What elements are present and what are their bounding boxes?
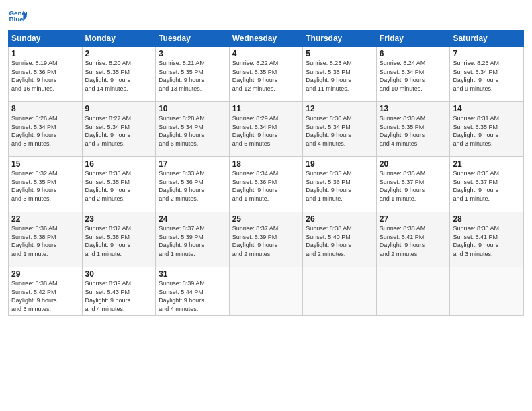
calendar-header-row: SundayMondayTuesdayWednesdayThursdayFrid… — [9, 30, 524, 47]
calendar-cell: 21Sunrise: 8:36 AMSunset: 5:37 PMDayligh… — [450, 157, 524, 212]
calendar-cell: 27Sunrise: 8:38 AMSunset: 5:41 PMDayligh… — [376, 212, 450, 267]
calendar-cell: 5Sunrise: 8:23 AMSunset: 5:35 PMDaylight… — [303, 47, 377, 102]
calendar-week-row: 8Sunrise: 8:26 AMSunset: 5:34 PMDaylight… — [9, 102, 524, 157]
calendar-cell: 25Sunrise: 8:37 AMSunset: 5:39 PMDayligh… — [229, 212, 303, 267]
calendar-cell: 30Sunrise: 8:39 AMSunset: 5:43 PMDayligh… — [82, 267, 156, 316]
day-number: 30 — [85, 269, 153, 279]
calendar-cell: 3Sunrise: 8:21 AMSunset: 5:35 PMDaylight… — [156, 47, 230, 102]
calendar-cell: 2Sunrise: 8:20 AMSunset: 5:35 PMDaylight… — [82, 47, 156, 102]
day-info: Sunrise: 8:25 AMSunset: 5:34 PMDaylight:… — [453, 59, 521, 93]
day-number: 4 — [232, 49, 300, 58]
calendar-cell: 16Sunrise: 8:33 AMSunset: 5:35 PMDayligh… — [82, 157, 156, 212]
calendar-cell: 20Sunrise: 8:35 AMSunset: 5:37 PMDayligh… — [376, 157, 450, 212]
day-number: 2 — [85, 49, 153, 58]
logo: General Blue — [8, 7, 30, 26]
weekday-header: Sunday — [9, 30, 83, 47]
day-info: Sunrise: 8:23 AMSunset: 5:35 PMDaylight:… — [306, 59, 373, 93]
day-info: Sunrise: 8:33 AMSunset: 5:35 PMDaylight:… — [85, 169, 153, 203]
day-info: Sunrise: 8:37 AMSunset: 5:39 PMDaylight:… — [159, 224, 226, 258]
day-number: 28 — [453, 214, 521, 224]
calendar-cell: 26Sunrise: 8:38 AMSunset: 5:40 PMDayligh… — [303, 212, 377, 267]
day-info: Sunrise: 8:36 AMSunset: 5:38 PMDaylight:… — [11, 224, 79, 258]
day-info: Sunrise: 8:29 AMSunset: 5:34 PMDaylight:… — [232, 114, 300, 148]
calendar-cell: 11Sunrise: 8:29 AMSunset: 5:34 PMDayligh… — [229, 102, 303, 157]
day-info: Sunrise: 8:22 AMSunset: 5:35 PMDaylight:… — [232, 59, 300, 93]
calendar-cell: 18Sunrise: 8:34 AMSunset: 5:36 PMDayligh… — [229, 157, 303, 212]
calendar-cell: 22Sunrise: 8:36 AMSunset: 5:38 PMDayligh… — [9, 212, 83, 267]
day-number: 20 — [380, 159, 447, 169]
day-info: Sunrise: 8:38 AMSunset: 5:41 PMDaylight:… — [453, 224, 521, 258]
day-info: Sunrise: 8:35 AMSunset: 5:37 PMDaylight:… — [380, 169, 447, 203]
calendar-cell: 29Sunrise: 8:38 AMSunset: 5:42 PMDayligh… — [9, 267, 83, 316]
day-info: Sunrise: 8:34 AMSunset: 5:36 PMDaylight:… — [232, 169, 300, 203]
day-number: 24 — [159, 214, 226, 224]
day-info: Sunrise: 8:39 AMSunset: 5:43 PMDaylight:… — [85, 279, 153, 313]
calendar-cell: 8Sunrise: 8:26 AMSunset: 5:34 PMDaylight… — [9, 102, 83, 157]
day-info: Sunrise: 8:19 AMSunset: 5:36 PMDaylight:… — [11, 59, 79, 93]
day-number: 13 — [380, 104, 447, 113]
svg-text:Blue: Blue — [9, 15, 24, 23]
calendar-week-row: 29Sunrise: 8:38 AMSunset: 5:42 PMDayligh… — [9, 267, 524, 316]
calendar-cell: 24Sunrise: 8:37 AMSunset: 5:39 PMDayligh… — [156, 212, 230, 267]
calendar-cell: 1Sunrise: 8:19 AMSunset: 5:36 PMDaylight… — [9, 47, 83, 102]
day-number: 17 — [159, 159, 226, 169]
calendar-cell: 6Sunrise: 8:24 AMSunset: 5:34 PMDaylight… — [376, 47, 450, 102]
calendar-cell: 31Sunrise: 8:39 AMSunset: 5:44 PMDayligh… — [156, 267, 230, 316]
day-number: 15 — [11, 159, 79, 169]
calendar-cell: 12Sunrise: 8:30 AMSunset: 5:34 PMDayligh… — [303, 102, 377, 157]
day-info: Sunrise: 8:32 AMSunset: 5:35 PMDaylight:… — [11, 169, 79, 203]
calendar-cell: 7Sunrise: 8:25 AMSunset: 5:34 PMDaylight… — [450, 47, 524, 102]
day-number: 16 — [85, 159, 153, 169]
day-number: 19 — [306, 159, 373, 169]
weekday-header: Thursday — [303, 30, 377, 47]
day-info: Sunrise: 8:30 AMSunset: 5:34 PMDaylight:… — [306, 114, 373, 148]
calendar-cell — [450, 267, 524, 316]
day-number: 11 — [232, 104, 300, 113]
calendar-cell — [376, 267, 450, 316]
weekday-header: Tuesday — [156, 30, 230, 47]
day-number: 10 — [159, 104, 226, 113]
calendar-cell — [229, 267, 303, 316]
day-info: Sunrise: 8:37 AMSunset: 5:39 PMDaylight:… — [232, 224, 300, 258]
day-info: Sunrise: 8:35 AMSunset: 5:36 PMDaylight:… — [306, 169, 373, 203]
day-number: 7 — [453, 49, 521, 58]
day-number: 12 — [306, 104, 373, 113]
calendar-cell — [303, 267, 377, 316]
weekday-header: Friday — [376, 30, 450, 47]
day-number: 1 — [11, 49, 79, 58]
calendar-cell: 23Sunrise: 8:37 AMSunset: 5:38 PMDayligh… — [82, 212, 156, 267]
day-number: 29 — [11, 269, 79, 279]
day-info: Sunrise: 8:36 AMSunset: 5:37 PMDaylight:… — [453, 169, 521, 203]
day-number: 31 — [159, 269, 226, 279]
day-info: Sunrise: 8:20 AMSunset: 5:35 PMDaylight:… — [85, 59, 153, 93]
day-info: Sunrise: 8:30 AMSunset: 5:35 PMDaylight:… — [380, 114, 447, 148]
day-info: Sunrise: 8:28 AMSunset: 5:34 PMDaylight:… — [159, 114, 226, 148]
calendar-week-row: 1Sunrise: 8:19 AMSunset: 5:36 PMDaylight… — [9, 47, 524, 102]
calendar-cell: 9Sunrise: 8:27 AMSunset: 5:34 PMDaylight… — [82, 102, 156, 157]
day-info: Sunrise: 8:37 AMSunset: 5:38 PMDaylight:… — [85, 224, 153, 258]
page-container: General Blue SundayMondayTuesdayWednesda… — [0, 0, 532, 411]
day-info: Sunrise: 8:26 AMSunset: 5:34 PMDaylight:… — [11, 114, 79, 148]
day-info: Sunrise: 8:39 AMSunset: 5:44 PMDaylight:… — [159, 279, 226, 313]
day-number: 6 — [380, 49, 447, 58]
day-number: 27 — [380, 214, 447, 224]
calendar-cell: 14Sunrise: 8:31 AMSunset: 5:35 PMDayligh… — [450, 102, 524, 157]
day-number: 22 — [11, 214, 79, 224]
day-number: 18 — [232, 159, 300, 169]
day-info: Sunrise: 8:38 AMSunset: 5:40 PMDaylight:… — [306, 224, 373, 258]
day-number: 3 — [159, 49, 226, 58]
weekday-header: Saturday — [450, 30, 524, 47]
calendar-cell: 17Sunrise: 8:33 AMSunset: 5:36 PMDayligh… — [156, 157, 230, 212]
day-info: Sunrise: 8:38 AMSunset: 5:42 PMDaylight:… — [11, 279, 79, 313]
day-info: Sunrise: 8:27 AMSunset: 5:34 PMDaylight:… — [85, 114, 153, 148]
day-number: 26 — [306, 214, 373, 224]
day-number: 25 — [232, 214, 300, 224]
day-info: Sunrise: 8:33 AMSunset: 5:36 PMDaylight:… — [159, 169, 226, 203]
day-number: 14 — [453, 104, 521, 113]
day-info: Sunrise: 8:21 AMSunset: 5:35 PMDaylight:… — [159, 59, 226, 93]
header: General Blue — [8, 7, 524, 26]
day-number: 21 — [453, 159, 521, 169]
day-info: Sunrise: 8:24 AMSunset: 5:34 PMDaylight:… — [380, 59, 447, 93]
day-number: 23 — [85, 214, 153, 224]
calendar-cell: 19Sunrise: 8:35 AMSunset: 5:36 PMDayligh… — [303, 157, 377, 212]
